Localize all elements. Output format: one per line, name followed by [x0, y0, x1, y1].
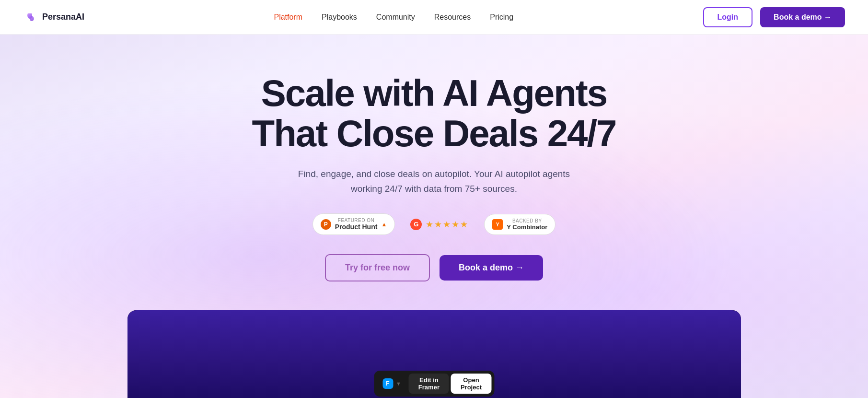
framer-logo-icon: F [382, 378, 393, 389]
navbar: PersanaAI Platform Playbooks Community R… [0, 0, 868, 35]
yc-icon: Y [492, 219, 503, 230]
framer-open-line1: Open [463, 376, 479, 384]
ph-featured-label: FEATURED ON [335, 218, 378, 223]
logo-icon [23, 10, 38, 25]
cta-row: Try for free now Book a demo → [252, 254, 616, 281]
framer-chevron-icon: ▼ [396, 381, 401, 386]
framer-edit-line2: Framer [418, 384, 440, 391]
g2-stars: ★★★★★ [426, 219, 469, 230]
product-hunt-icon: P [321, 219, 331, 230]
ph-arrow-icon: ▲ [381, 221, 387, 228]
try-free-button[interactable]: Try for free now [325, 254, 430, 281]
framer-open-line2: Project [461, 384, 482, 391]
framer-edit-line1: Edit in [419, 376, 439, 384]
ph-name-label: Product Hunt [335, 223, 378, 231]
framer-edit-button[interactable]: Edit in Framer [409, 374, 449, 394]
nav-link-resources[interactable]: Resources [434, 13, 471, 22]
nav-links: Platform Playbooks Community Resources P… [274, 13, 513, 22]
product-preview-section: F ▼ Edit in Framer Open Project [127, 310, 741, 398]
yc-text-block: Backed by Y Combinator [507, 218, 547, 231]
yc-name-label: Y Combinator [507, 223, 547, 231]
hero-subtitle: Find, engage, and close deals on autopil… [285, 167, 582, 196]
nav-actions: Login Book a demo → [703, 7, 845, 27]
badges-row: P FEATURED ON Product Hunt ▲ G ★★★★★ Y B… [252, 213, 616, 235]
nav-link-community[interactable]: Community [376, 13, 415, 22]
book-demo-hero-button[interactable]: Book a demo → [440, 255, 543, 281]
yc-backed-label: Backed by [507, 218, 547, 223]
framer-open-button[interactable]: Open Project [451, 374, 491, 394]
framer-toolbar: F ▼ Edit in Framer Open Project [374, 371, 494, 397]
hero-title-line2: That Close Deals 24/7 [252, 112, 616, 154]
g2-badge: G ★★★★★ [403, 215, 476, 234]
nav-link-platform[interactable]: Platform [274, 13, 302, 22]
yc-badge: Y Backed by Y Combinator [484, 214, 556, 235]
login-button[interactable]: Login [703, 7, 753, 27]
logo-link[interactable]: PersanaAI [23, 10, 84, 25]
g2-icon: G [410, 219, 422, 230]
hero-section: Scale with AI Agents That Close Deals 24… [0, 35, 868, 398]
nav-link-pricing[interactable]: Pricing [490, 13, 513, 22]
framer-left: F ▼ [377, 375, 407, 392]
book-demo-nav-button[interactable]: Book a demo → [760, 7, 845, 27]
hero-title: Scale with AI Agents That Close Deals 24… [252, 73, 616, 153]
ph-text-block: FEATURED ON Product Hunt [335, 218, 378, 231]
logo-text: PersanaAI [42, 12, 84, 22]
hero-content: Scale with AI Agents That Close Deals 24… [252, 73, 616, 310]
product-hunt-badge: P FEATURED ON Product Hunt ▲ [312, 213, 395, 235]
nav-link-playbooks[interactable]: Playbooks [322, 13, 357, 22]
hero-title-line1: Scale with AI Agents [261, 72, 607, 114]
